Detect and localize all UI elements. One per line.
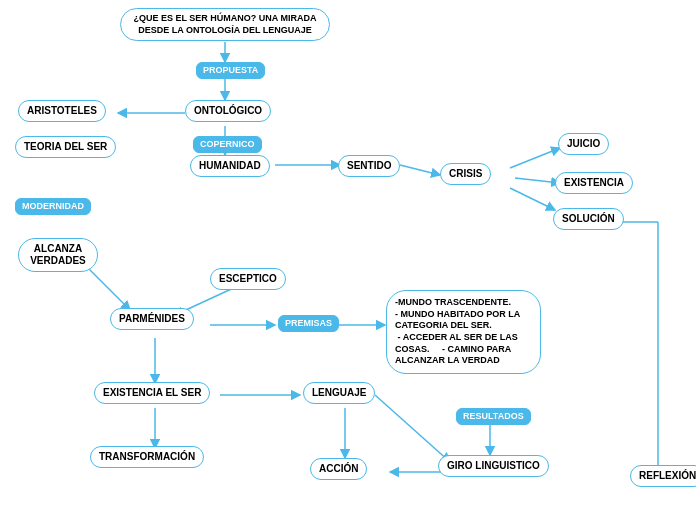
svg-line-11 (85, 265, 130, 310)
aristoteles-node: ARISTOTELES (18, 100, 106, 122)
lenguaje-node: LENGUAJE (303, 382, 375, 404)
svg-line-8 (510, 188, 555, 210)
title-node: ¿QUE ES EL SER HÚMANO? UNA MIRADA DESDE … (120, 8, 330, 41)
resultados-label: RESULTADOS (456, 408, 531, 425)
humanidad-node: HUMANIDAD (190, 155, 270, 177)
concept-map: ¿QUE ES EL SER HÚMANO? UNA MIRADA DESDE … (0, 0, 696, 520)
sentido-node: SENTIDO (338, 155, 400, 177)
copernico-label: COPERNICO (193, 136, 262, 153)
svg-line-7 (515, 178, 560, 183)
svg-line-19 (375, 395, 450, 462)
existencia-node: EXISTENCIA (555, 172, 633, 194)
modernidad-label: MODERNIDAD (15, 198, 91, 215)
ontologico-node: ONTOLÓGICO (185, 100, 271, 122)
accion-node: ACCIÓN (310, 458, 367, 480)
premisas-text-node: -MUNDO TRASCENDENTE. - MUNDO HABITADO PO… (386, 290, 541, 374)
reflexion-node: REFLEXIÓN (630, 465, 696, 487)
arrows-svg (0, 0, 696, 520)
premisas-label: PREMISAS (278, 315, 339, 332)
giro-linguistico-node: GIRO LINGUISTICO (438, 455, 549, 477)
esceptico-node: ESCEPTICO (210, 268, 286, 290)
solucion-node: SOLUCIÓN (553, 208, 624, 230)
parmenides-node: PARMÉNIDES (110, 308, 194, 330)
crisis-node: CRISIS (440, 163, 491, 185)
alcanza-verdades-node: ALCANZA VERDADES (18, 238, 98, 272)
teoria-del-ser-node: TEORIA DEL SER (15, 136, 116, 158)
propuesta-label: PROPUESTA (196, 62, 265, 79)
juicio-node: JUICIO (558, 133, 609, 155)
transformacion-node: TRANSFORMACIÓN (90, 446, 204, 468)
svg-line-6 (510, 148, 560, 168)
existencia-ser-node: EXISTENCIA EL SER (94, 382, 210, 404)
svg-line-5 (400, 165, 440, 175)
